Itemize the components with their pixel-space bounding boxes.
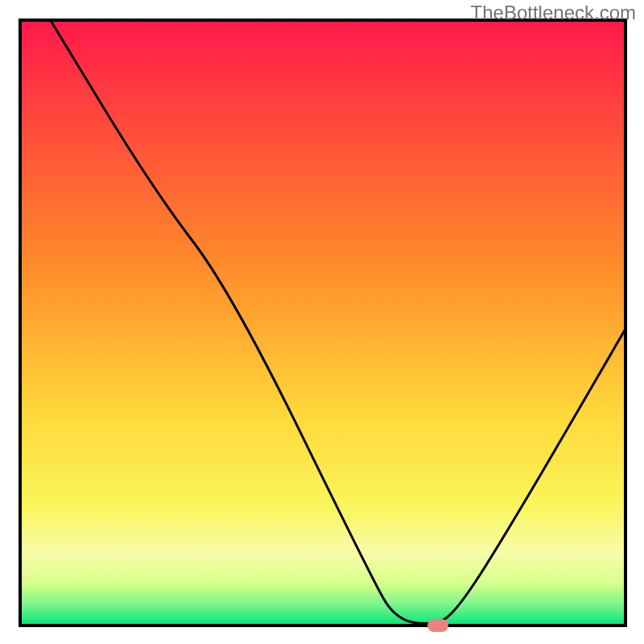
optimal-point-marker [427, 619, 448, 632]
chart-container: TheBottleneck.com [0, 0, 644, 644]
watermark-text: TheBottleneck.com [471, 2, 636, 24]
bottleneck-chart [0, 0, 644, 644]
chart-gradient-background [20, 20, 625, 625]
